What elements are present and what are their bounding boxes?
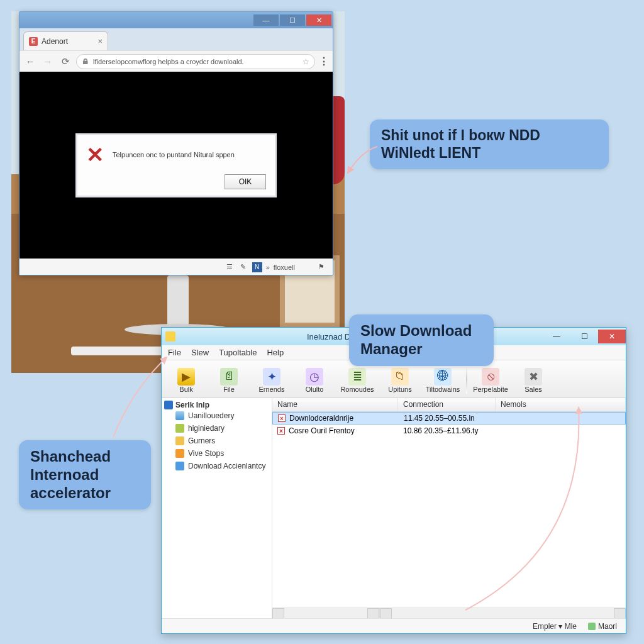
keyboard	[71, 347, 165, 355]
back-button[interactable]: ←	[23, 55, 37, 69]
ok-button[interactable]: OIK	[225, 174, 266, 189]
toolbar-bulk[interactable]: ▶Bulk	[167, 365, 206, 393]
menu-file[interactable]: File	[168, 348, 181, 357]
toolbar-separator	[466, 365, 467, 394]
gear-icon: ✦	[263, 368, 280, 386]
folder-icon: 📁︎	[391, 368, 409, 386]
status-label: floxuell	[274, 264, 295, 271]
tab-close-icon[interactable]: ×	[97, 36, 103, 46]
tree-item[interactable]: higiniedary	[175, 422, 269, 435]
favicon-icon: E	[29, 37, 38, 46]
forward-button[interactable]: →	[41, 55, 55, 69]
col-nemols[interactable]: Nemols	[496, 398, 626, 411]
status-icon-4: ⚑	[316, 262, 326, 272]
globe-icon: 🌐︎	[434, 368, 452, 386]
horizontal-scroll[interactable]	[272, 608, 626, 618]
menu-help[interactable]: Help	[267, 348, 284, 357]
url-text: lfiderselopcomwflorg helpbs a croydcr do…	[93, 58, 299, 65]
status-dot-icon	[588, 623, 596, 630]
tools-icon: ✖	[525, 368, 542, 386]
close-button[interactable]: ✕	[306, 14, 331, 26]
dialog-text: Telpuncen onc to puntand Nitural sppen	[113, 151, 235, 158]
col-name[interactable]: Name	[272, 398, 398, 411]
status-icon-3: N	[252, 262, 262, 272]
star-icon	[175, 436, 184, 445]
root-icon	[164, 401, 173, 409]
list-rows: ×Downlodceraldnrije 11.45 20.55–00.55.ln…	[272, 412, 626, 608]
col-connection[interactable]: Conmection	[398, 398, 496, 411]
doc-icon	[175, 462, 184, 470]
tab-bar: E Adenort ×	[19, 28, 333, 50]
browser-titlebar: — ☐ ✕	[19, 12, 333, 28]
menu-slew[interactable]: Slew	[191, 348, 209, 357]
bookmark-star-icon[interactable]: ☆	[303, 57, 309, 66]
browser-window: — ☐ ✕ E Adenort × ← → ⟳ 🔒︎ lfiderselopco…	[19, 11, 333, 275]
folder-icon	[175, 411, 184, 420]
dm-close-button[interactable]: ✕	[598, 330, 626, 343]
menu-tupoltable[interactable]: Tupoltable	[219, 348, 257, 357]
people-icon	[175, 424, 184, 433]
toolbar-perpelabite[interactable]: ⦸Perpelabite	[471, 365, 510, 393]
page-body: ✕ Telpuncen onc to puntand Nitural sppen…	[19, 72, 333, 258]
error-icon: ×	[278, 414, 286, 422]
callout-slow-download: Slow Download Manager	[349, 314, 494, 366]
dm-list: Name Conmection Nemols ×Downlodceraldnri…	[272, 398, 626, 618]
tree-item[interactable]: Download Accienlantcy	[175, 460, 269, 472]
tree-root[interactable]: Serlk Inlp	[164, 401, 269, 409]
tree-item[interactable]: Vive Stops	[175, 447, 269, 460]
list-header: Name Conmection Nemols	[272, 398, 626, 412]
url-box[interactable]: 🔒︎ lfiderselopcomwflorg helpbs a croydcr…	[76, 54, 315, 69]
clock-icon: ◷	[306, 368, 323, 386]
callout-accelerator: Shanchead Internoad accelerator	[19, 440, 151, 509]
file-icon: 📄︎	[220, 368, 238, 386]
table-row[interactable]: ×Cosre Ouril Frentoy 10.86 20.35–£11.96.…	[272, 425, 626, 437]
app-icon	[165, 331, 175, 341]
status-icon: ☰	[225, 262, 235, 272]
site-info-icon[interactable]: 🔒︎	[82, 57, 89, 66]
minimize-button[interactable]: —	[253, 14, 279, 26]
toolbar-olulto[interactable]: ◷Olulto	[295, 365, 334, 393]
table-row[interactable]: ×Downlodceraldnrije 11.45 20.55–00.55.ln	[272, 412, 626, 425]
stop-icon: ⦸	[482, 368, 499, 386]
toolbar-romoudes[interactable]: ≣Romoudes	[338, 365, 377, 393]
browser-tab[interactable]: E Adenort ×	[23, 31, 108, 50]
callout-top-right: Shit unot if I boкw NDD WiNledt LIENT	[370, 119, 609, 169]
toolbar-ernends[interactable]: ✦Ernends	[252, 365, 291, 393]
dm-minimize-button[interactable]: —	[543, 330, 570, 343]
error-x-icon: ✕	[86, 144, 104, 165]
error-dialog: ✕ Telpuncen onc to puntand Nitural sppen…	[75, 133, 277, 197]
desk-scene: — ☐ ✕ E Adenort × ← → ⟳ 🔒︎ lfiderselopco…	[11, 11, 345, 373]
dm-maximize-button[interactable]: ☐	[570, 330, 598, 343]
tree-item[interactable]: Uanillouedery	[175, 409, 269, 422]
status-label-a[interactable]: Empler ▾ Mle	[533, 622, 577, 631]
error-icon: ×	[277, 427, 285, 435]
browser-menu-button[interactable]: ⋮	[319, 55, 329, 67]
dm-tree: Serlk Inlp Uanillouedery higiniedary Gur…	[162, 398, 272, 618]
dm-statusbar: Empler ▾ Mle Maorl	[162, 618, 626, 633]
monitor-neck	[167, 275, 189, 326]
tree-item[interactable]: Gurners	[175, 435, 269, 447]
dm-toolbar: ▶Bulk 📄︎File ✦Ernends ◷Olulto ≣Romoudes …	[162, 360, 626, 398]
tab-title: Adenort	[42, 37, 94, 46]
address-bar: ← → ⟳ 🔒︎ lfiderselopcomwflorg helpbs a c…	[19, 50, 333, 72]
status-label-b[interactable]: Maorl	[588, 622, 617, 631]
download-manager-window: Ineluznad Download Connec — ☐ ✕ File Sle…	[161, 327, 626, 634]
maximize-button[interactable]: ☐	[280, 14, 305, 26]
toolbar-file[interactable]: 📄︎File	[209, 365, 248, 393]
list-icon: ≣	[348, 368, 366, 386]
status-icon-2: ✎	[238, 262, 248, 272]
toolbar-sales[interactable]: ✖Sales	[514, 365, 553, 393]
shield-icon	[175, 449, 184, 458]
browser-statusbar: ☰ ✎ N » floxuell ⚑	[19, 258, 333, 275]
toolbar-upituns[interactable]: 📁︎Upituns	[380, 365, 419, 393]
reload-button[interactable]: ⟳	[58, 55, 72, 69]
play-icon: ▶	[177, 368, 195, 386]
toolbar-tiltodwains[interactable]: 🌐︎Tiltodwains	[423, 365, 462, 393]
